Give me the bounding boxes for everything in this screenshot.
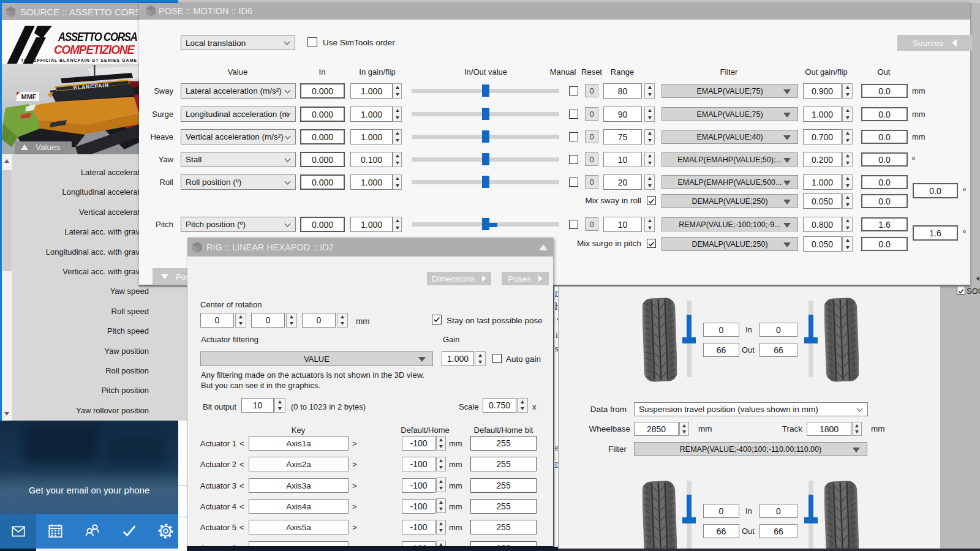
svg-text:MMF: MMF <box>21 93 36 100</box>
